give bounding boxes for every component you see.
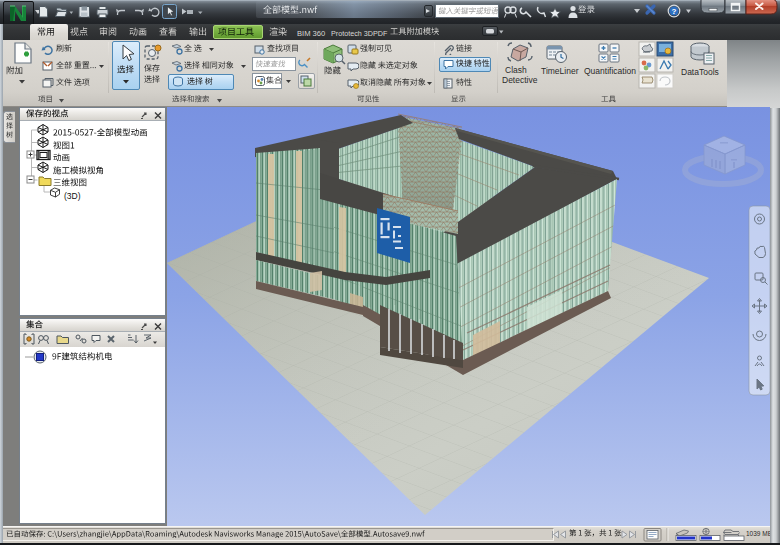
svg-text:?: ?	[672, 7, 677, 16]
